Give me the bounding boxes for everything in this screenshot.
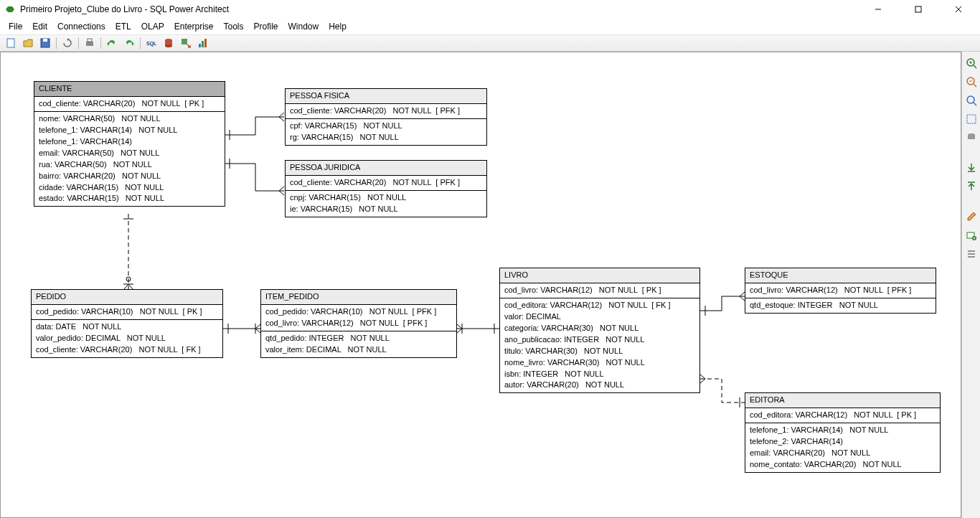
column: telefone_1: VARCHAR(14)	[39, 136, 220, 148]
entity-item-pedido[interactable]: ITEM_PEDIDO cod_pedido: VARCHAR(10) NOT …	[260, 289, 457, 358]
new-icon[interactable]	[4, 37, 17, 50]
zoom-in-icon[interactable]	[964, 56, 979, 70]
column: email: VARCHAR(50) NOT NULL	[39, 148, 220, 159]
side-toolbar	[961, 52, 980, 518]
toolbar-sep	[100, 37, 101, 49]
menu-edit[interactable]: Edit	[28, 20, 52, 33]
new-relation-icon[interactable]	[964, 247, 979, 261]
column: telefone_1: VARCHAR(14) NOT NULL	[750, 425, 936, 436]
column: qtd_pedido: INTEGER NOT NULL	[265, 333, 452, 344]
export-icon[interactable]	[179, 37, 192, 50]
menu-enterprise[interactable]: Enterprise	[170, 20, 218, 33]
pk-section: cod_cliente: VARCHAR(20) NOT NULL [ PFK …	[286, 103, 486, 119]
edit-icon[interactable]	[964, 209, 979, 224]
entity-header: CLIENTE	[34, 82, 225, 96]
column: valor_item: DECIMAL NOT NULL	[265, 344, 452, 356]
column: isbn: INTEGER NOT NULL	[504, 369, 695, 380]
entity-livro[interactable]: LIVRO cod_livro: VARCHAR(12) NOT NULL [ …	[499, 268, 700, 393]
column: rg: VARCHAR(15) NOT NULL	[290, 132, 482, 143]
refresh-icon[interactable]	[61, 37, 74, 50]
column: rua: VARCHAR(50) NOT NULL	[39, 159, 220, 171]
db-tree-icon[interactable]	[964, 131, 979, 145]
pk-section: cod_pedido: VARCHAR(10) NOT NULL [ PK ]	[32, 304, 222, 320]
upload-icon[interactable]	[964, 179, 979, 194]
entity-pessoa-fisica[interactable]: PESSOA FISICA cod_cliente: VARCHAR(20) N…	[285, 88, 487, 146]
menu-etl[interactable]: ETL	[111, 20, 136, 33]
sql-icon[interactable]: SQL	[145, 37, 158, 50]
column: cod_livro: VARCHAR(12) NOT NULL [ PK ]	[504, 285, 695, 296]
column: cod_cliente: VARCHAR(20) NOT NULL [ FK ]	[36, 344, 218, 356]
entity-pessoa-juridica[interactable]: PESSOA JURIDICA cod_cliente: VARCHAR(20)…	[285, 160, 487, 217]
pk-section: cod_livro: VARCHAR(12) NOT NULL [ PFK ]	[745, 283, 936, 298]
menu-tools[interactable]: Tools	[219, 20, 248, 33]
chart-icon[interactable]	[197, 37, 209, 50]
column: cod_editora: VARCHAR(12) NOT NULL [ PK ]	[750, 410, 936, 421]
maximize-button[interactable]	[904, 1, 933, 17]
column: cod_cliente: VARCHAR(20) NOT NULL [ PK ]	[39, 98, 220, 110]
svg-line-18	[279, 113, 284, 117]
zoom-fit-icon[interactable]	[964, 93, 979, 108]
svg-line-41	[740, 296, 745, 301]
column: cnpj: VARCHAR(15) NOT NULL	[290, 192, 482, 204]
menu-file[interactable]: File	[4, 20, 27, 33]
minimize-button[interactable]	[864, 1, 892, 17]
entity-editora[interactable]: EDITORA cod_editora: VARCHAR(12) NOT NUL…	[745, 392, 941, 473]
print-icon[interactable]	[83, 37, 96, 50]
zoom-select-icon[interactable]	[964, 112, 979, 126]
column: cod_cliente: VARCHAR(20) NOT NULL [ PFK …	[290, 177, 482, 189]
column: ano_publicacao: INTEGER NOT NULL	[504, 334, 695, 346]
column: cod_pedido: VARCHAR(10) NOT NULL [ PK ]	[36, 306, 218, 318]
svg-rect-56	[968, 135, 975, 139]
save-icon[interactable]	[39, 37, 52, 50]
column: cod_livro: VARCHAR(12) NOT NULL [ PFK ]	[750, 285, 931, 296]
svg-rect-8	[88, 39, 92, 42]
redo-icon[interactable]	[123, 37, 136, 50]
svg-line-43	[700, 379, 705, 383]
window-controls	[864, 1, 973, 17]
entity-header: LIVRO	[500, 268, 699, 283]
col-section: data: DATE NOT NULL valor_pedido: DECIMA…	[32, 320, 222, 357]
undo-icon[interactable]	[105, 37, 118, 50]
menu-help[interactable]: Help	[324, 20, 351, 33]
entity-header: ESTOQUE	[745, 268, 936, 283]
svg-rect-14	[199, 44, 201, 47]
open-icon[interactable]	[22, 37, 34, 50]
pk-section: cod_pedido: VARCHAR(10) NOT NULL [ PFK ]…	[261, 304, 456, 331]
toolbar-sep	[140, 37, 141, 49]
new-table-icon[interactable]	[964, 228, 979, 242]
toolbar: SQL	[0, 34, 980, 52]
menu-connections[interactable]: Connections	[53, 20, 110, 33]
svg-rect-1	[915, 6, 921, 12]
svg-line-50	[974, 84, 976, 87]
col-section: nome: VARCHAR(50) NOT NULL telefone_1: V…	[34, 112, 225, 207]
zoom-out-icon[interactable]	[964, 75, 979, 89]
svg-line-42	[700, 375, 705, 379]
svg-line-33	[255, 329, 260, 333]
svg-rect-13	[182, 39, 187, 44]
column: ie: VARCHAR(15) NOT NULL	[290, 204, 482, 215]
menu-window[interactable]: Window	[284, 20, 324, 33]
svg-line-27	[128, 284, 133, 289]
download-icon[interactable]	[964, 161, 979, 175]
titlebar: Primeiro Projeto_Clube do Livro - SQL Po…	[0, 0, 980, 19]
svg-line-37	[457, 329, 462, 333]
menu-profile[interactable]: Profile	[250, 20, 283, 33]
column: cpf: VARCHAR(15) NOT NULL	[290, 121, 482, 132]
entity-estoque[interactable]: ESTOQUE cod_livro: VARCHAR(12) NOT NULL …	[745, 268, 936, 314]
menu-olap[interactable]: OLAP	[137, 20, 169, 33]
close-button[interactable]	[944, 1, 973, 17]
column: valor: DECIMAL	[504, 311, 695, 323]
entity-pedido[interactable]: PEDIDO cod_pedido: VARCHAR(10) NOT NULL …	[31, 289, 223, 358]
diagram-canvas[interactable]: CLIENTE cod_cliente: VARCHAR(20) NOT NUL…	[0, 52, 961, 518]
entity-header: PESSOA FISICA	[286, 89, 486, 103]
pk-section: cod_livro: VARCHAR(12) NOT NULL [ PK ]	[500, 283, 699, 298]
db-icon[interactable]	[162, 37, 175, 50]
svg-point-52	[967, 96, 974, 103]
column: nome_contato: VARCHAR(20) NOT NULL	[750, 459, 936, 471]
entity-header: PEDIDO	[32, 290, 222, 304]
column: autor: VARCHAR(20) NOT NULL	[504, 380, 695, 391]
svg-rect-54	[967, 115, 976, 123]
svg-rect-4	[7, 39, 14, 47]
svg-rect-16	[204, 39, 207, 47]
entity-cliente[interactable]: CLIENTE cod_cliente: VARCHAR(20) NOT NUL…	[34, 81, 225, 207]
